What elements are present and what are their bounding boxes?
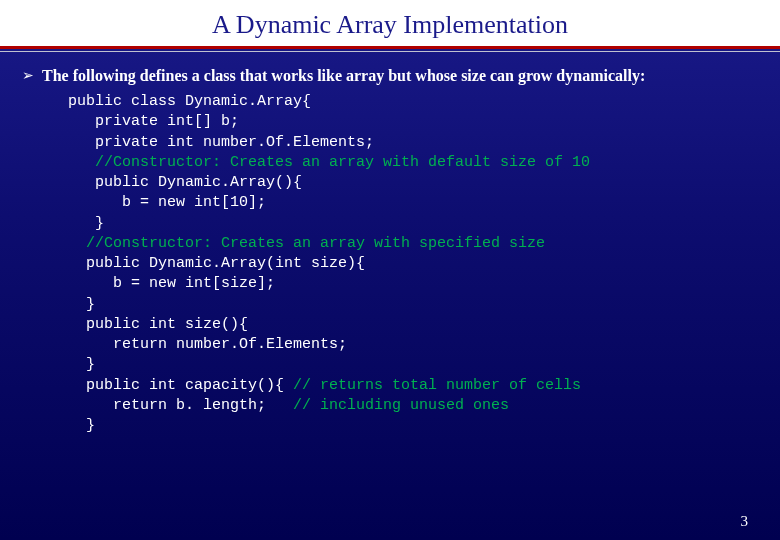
- code-comment: // including unused ones: [293, 397, 509, 414]
- code-line: b = new int[10];: [68, 194, 266, 211]
- code-line: return b. length;: [68, 397, 293, 414]
- title-bar: A Dynamic Array Implementation: [0, 0, 780, 46]
- bullet-arrow-icon: ➢: [22, 66, 34, 86]
- code-line: public int size(){: [68, 316, 248, 333]
- code-line: public class Dynamic.Array{: [68, 93, 311, 110]
- code-line: }: [68, 417, 95, 434]
- code-comment: // returns total number of cells: [293, 377, 581, 394]
- code-line: return number.Of.Elements;: [68, 336, 347, 353]
- slide-title: A Dynamic Array Implementation: [0, 10, 780, 40]
- code-comment: //Constructor: Creates an array with spe…: [68, 235, 545, 252]
- code-line: private int number.Of.Elements;: [68, 134, 374, 151]
- bullet-item: ➢ The following defines a class that wor…: [22, 66, 760, 86]
- code-line: }: [68, 356, 95, 373]
- divider-red: [0, 46, 780, 49]
- slide-content: ➢ The following defines a class that wor…: [0, 52, 780, 436]
- code-line: }: [68, 215, 104, 232]
- code-comment: //Constructor: Creates an array with def…: [68, 154, 590, 171]
- code-line: b = new int[size];: [68, 275, 275, 292]
- code-line: public Dynamic.Array(int size){: [68, 255, 365, 272]
- code-line: private int[] b;: [68, 113, 239, 130]
- code-line: public Dynamic.Array(){: [68, 174, 302, 191]
- bullet-text: The following defines a class that works…: [42, 66, 645, 86]
- code-block: public class Dynamic.Array{ private int[…: [68, 92, 760, 436]
- code-line: }: [68, 296, 95, 313]
- page-number: 3: [741, 513, 749, 530]
- code-line: public int capacity(){: [68, 377, 293, 394]
